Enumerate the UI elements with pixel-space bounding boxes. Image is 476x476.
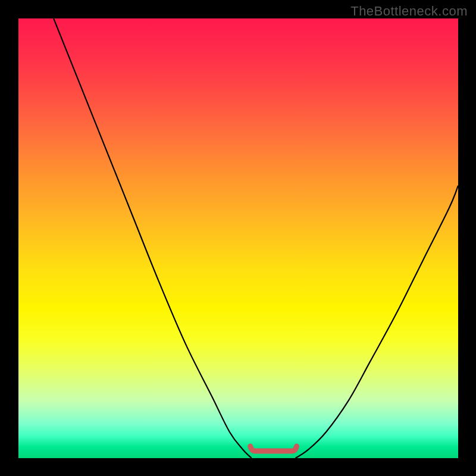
right-curve-line xyxy=(296,186,458,458)
chart-plot-area xyxy=(18,18,458,458)
left-curve-line xyxy=(54,18,252,458)
watermark-text: TheBottleneck.com xyxy=(350,4,468,19)
chart-svg xyxy=(18,18,458,458)
flat-region-marker xyxy=(250,446,297,451)
